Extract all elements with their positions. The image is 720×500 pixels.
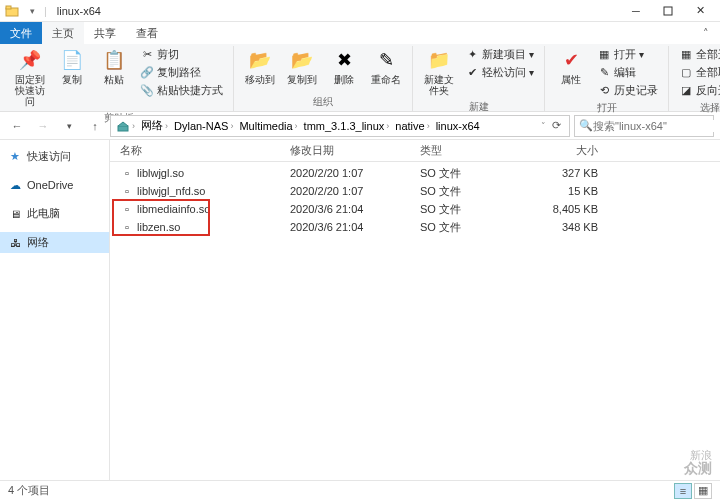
file-icon: ▫ xyxy=(120,184,134,198)
breadcrumb-seg-2[interactable]: Multimedia› xyxy=(236,120,300,132)
ribbon-collapse-icon[interactable]: ˄ xyxy=(692,22,720,44)
group-open: ✔属性 ▦打开 ▾ ✎编辑 ⟲历史记录 打开 xyxy=(545,46,669,111)
file-icon: ▫ xyxy=(120,202,134,216)
folder-icon xyxy=(4,3,20,19)
col-name[interactable]: 名称 xyxy=(114,143,284,158)
newfolder-button[interactable]: 📁新建文件夹 xyxy=(419,46,459,98)
cut-icon: ✂ xyxy=(140,48,154,62)
edit-button[interactable]: ✎编辑 xyxy=(593,64,662,81)
window-title: linux-x64 xyxy=(57,5,101,17)
column-headers[interactable]: 名称 修改日期 类型 大小 xyxy=(110,140,720,162)
file-row[interactable]: ▫liblwjgl.so 2020/2/20 1:07 SO 文件 327 KB xyxy=(114,164,716,182)
moveto-icon: 📂 xyxy=(248,48,272,72)
col-size[interactable]: 大小 xyxy=(524,143,604,158)
file-row[interactable]: ▫libmediainfo.so 2020/3/6 21:04 SO 文件 8,… xyxy=(114,200,716,218)
star-icon: ★ xyxy=(8,150,22,164)
tab-file[interactable]: 文件 xyxy=(0,22,42,44)
file-row[interactable]: ▫libzen.so 2020/3/6 21:04 SO 文件 348 KB xyxy=(114,218,716,236)
pin-button[interactable]: 📌固定到快速访问 xyxy=(10,46,50,109)
status-count: 4 个项目 xyxy=(8,483,50,498)
properties-button[interactable]: ✔属性 xyxy=(551,46,591,87)
selectnone-button[interactable]: ▢全部取消 xyxy=(675,64,720,81)
history-icon: ⟲ xyxy=(597,84,611,98)
svg-rect-2 xyxy=(664,7,672,15)
breadcrumb-seg-5[interactable]: linux-x64 xyxy=(433,120,483,132)
rename-button[interactable]: ✎重命名 xyxy=(366,46,406,87)
group-organize-label: 组织 xyxy=(313,93,333,111)
pasteshortcut-button[interactable]: 📎粘贴快捷方式 xyxy=(136,82,227,99)
breadcrumb-seg-3[interactable]: tmm_3.1.3_linux› xyxy=(301,120,393,132)
ribbon: 📌固定到快速访问 📄复制 📋粘贴 ✂剪切 🔗复制路径 📎粘贴快捷方式 剪贴板 📂… xyxy=(0,44,720,112)
ribbon-tabs: 文件 主页 共享 查看 ˄ xyxy=(0,22,720,44)
tab-share[interactable]: 共享 xyxy=(84,22,126,44)
pasteshortcut-icon: 📎 xyxy=(140,84,154,98)
newfolder-icon: 📁 xyxy=(427,48,451,72)
breadcrumb-seg-4[interactable]: native› xyxy=(392,120,432,132)
qat-separator: | xyxy=(44,5,47,17)
invert-icon: ◪ xyxy=(679,84,693,98)
sidebar-item-thispc[interactable]: 🖥此电脑 xyxy=(0,203,109,224)
nav-recent-button[interactable]: ▾ xyxy=(58,115,80,137)
tab-home[interactable]: 主页 xyxy=(42,22,84,44)
selectnone-icon: ▢ xyxy=(679,66,693,80)
qat-dropdown-icon[interactable]: ▾ xyxy=(24,3,40,19)
sidebar-item-onedrive[interactable]: ☁OneDrive xyxy=(0,175,109,195)
pc-icon: 🖥 xyxy=(8,207,22,221)
breadcrumb-seg-1[interactable]: Dylan-NAS› xyxy=(171,120,236,132)
minimize-button[interactable]: ─ xyxy=(620,0,652,22)
copyto-button[interactable]: 📂复制到 xyxy=(282,46,322,87)
paste-icon: 📋 xyxy=(102,48,126,72)
svg-rect-1 xyxy=(6,6,11,9)
cut-button[interactable]: ✂剪切 xyxy=(136,46,227,63)
view-icons-button[interactable]: ▦ xyxy=(694,483,712,499)
sidebar-item-quickaccess[interactable]: ★快速访问 xyxy=(0,146,109,167)
easyaccess-button[interactable]: ✔轻松访问 ▾ xyxy=(461,64,538,81)
group-new: 📁新建文件夹 ✦新建项目 ▾ ✔轻松访问 ▾ 新建 xyxy=(413,46,545,111)
selectall-button[interactable]: ▦全部选择 xyxy=(675,46,720,63)
group-organize: 📂移动到 📂复制到 ✖删除 ✎重命名 组织 xyxy=(234,46,413,111)
group-select: ▦全部选择 ▢全部取消 ◪反向选择 选择 xyxy=(669,46,720,111)
paste-button[interactable]: 📋粘贴 xyxy=(94,46,134,87)
main-area: ★快速访问 ☁OneDrive 🖥此电脑 🖧网络 名称 修改日期 类型 大小 ▫… xyxy=(0,140,720,480)
search-input[interactable] xyxy=(593,120,720,132)
content-pane: 名称 修改日期 类型 大小 ▫liblwjgl.so 2020/2/20 1:0… xyxy=(110,140,720,480)
sidebar-item-network[interactable]: 🖧网络 xyxy=(0,232,109,253)
newitem-icon: ✦ xyxy=(465,48,479,62)
nav-back-button[interactable]: ← xyxy=(6,115,28,137)
breadcrumb-seg-0[interactable]: 网络› xyxy=(138,118,171,133)
copy-button[interactable]: 📄复制 xyxy=(52,46,92,87)
view-details-button[interactable]: ≡ xyxy=(674,483,692,499)
selectall-icon: ▦ xyxy=(679,48,693,62)
rename-icon: ✎ xyxy=(374,48,398,72)
file-row[interactable]: ▫liblwjgl_nfd.so 2020/2/20 1:07 SO 文件 15… xyxy=(114,182,716,200)
file-icon: ▫ xyxy=(120,166,134,180)
search-box[interactable]: 🔍 xyxy=(574,115,714,137)
refresh-button[interactable]: ˅⟳ xyxy=(535,119,567,132)
file-icon: ▫ xyxy=(120,220,134,234)
close-button[interactable]: ✕ xyxy=(684,0,716,22)
breadcrumb[interactable]: › 网络› Dylan-NAS› Multimedia› tmm_3.1.3_l… xyxy=(110,115,570,137)
invert-button[interactable]: ◪反向选择 xyxy=(675,82,720,99)
delete-button[interactable]: ✖删除 xyxy=(324,46,364,87)
col-type[interactable]: 类型 xyxy=(414,143,524,158)
history-button[interactable]: ⟲历史记录 xyxy=(593,82,662,99)
col-date[interactable]: 修改日期 xyxy=(284,143,414,158)
title-bar: ▾ | linux-x64 ─ ✕ xyxy=(0,0,720,22)
sidebar: ★快速访问 ☁OneDrive 🖥此电脑 🖧网络 xyxy=(0,140,110,480)
nav-forward-button[interactable]: → xyxy=(32,115,54,137)
easyaccess-icon: ✔ xyxy=(465,66,479,80)
file-list[interactable]: ▫liblwjgl.so 2020/2/20 1:07 SO 文件 327 KB… xyxy=(110,162,720,480)
properties-icon: ✔ xyxy=(559,48,583,72)
copy-icon: 📄 xyxy=(60,48,84,72)
tab-view[interactable]: 查看 xyxy=(126,22,168,44)
nav-up-button[interactable]: ↑ xyxy=(84,115,106,137)
watermark: 新浪 众测 xyxy=(684,449,712,476)
moveto-button[interactable]: 📂移动到 xyxy=(240,46,280,87)
open-button[interactable]: ▦打开 ▾ xyxy=(593,46,662,63)
svg-rect-3 xyxy=(118,126,128,131)
pin-icon: 📌 xyxy=(18,48,42,72)
copypath-button[interactable]: 🔗复制路径 xyxy=(136,64,227,81)
maximize-button[interactable] xyxy=(652,0,684,22)
newitem-button[interactable]: ✦新建项目 ▾ xyxy=(461,46,538,63)
breadcrumb-root-icon[interactable]: › xyxy=(113,119,138,133)
